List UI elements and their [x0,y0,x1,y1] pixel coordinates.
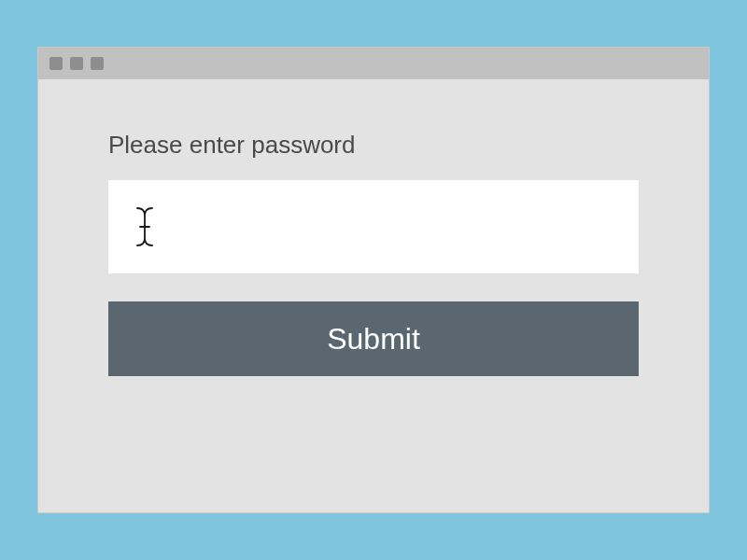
window-control-dot[interactable] [91,57,104,70]
password-label: Please enter password [108,131,639,160]
window-control-dot[interactable] [70,57,83,70]
window: Please enter password Submit [37,47,710,513]
window-control-dot[interactable] [49,57,63,70]
submit-button[interactable]: Submit [108,301,639,376]
window-titlebar [38,48,709,79]
password-input-wrapper [108,180,639,273]
form-content: Please enter password Submit [38,79,709,512]
submit-button-label: Submit [327,322,420,356]
password-input[interactable] [108,180,639,273]
